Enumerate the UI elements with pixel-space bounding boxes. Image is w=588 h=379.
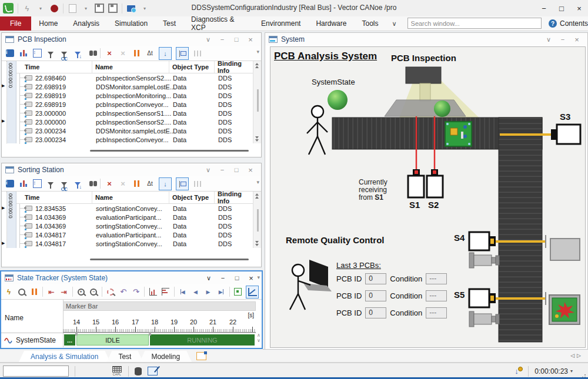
info-icon[interactable]: i (5, 179, 15, 189)
marker-bar[interactable]: Marker Bar (63, 301, 256, 311)
sort-filter-icon[interactable]: ↓ (73, 49, 82, 58)
time-ruler[interactable]: 14 15 16 17 18 19 20 21 22 (63, 318, 256, 333)
row-scroll-arrows[interactable]: ∧∨ (256, 333, 262, 347)
close-icon[interactable]: × (243, 34, 258, 45)
info-icon[interactable]: i (5, 49, 15, 58)
tab-hardware[interactable]: Hardware (308, 16, 354, 31)
add-signal-icon[interactable] (233, 287, 243, 297)
go-next-icon[interactable]: ▶ (203, 287, 213, 297)
go-first-icon[interactable]: ◀ (178, 287, 188, 297)
go-previous-icon[interactable]: ◀ (191, 287, 200, 297)
maximize-icon[interactable]: □ (229, 165, 243, 175)
trace-row[interactable]: 23.000000pcbInspectionSensorS1....DataDD… (16, 109, 253, 118)
table-header[interactable]: Time Name Object Type Binding Info (16, 61, 253, 73)
autoscroll-icon[interactable]: ↓ (159, 47, 172, 60)
comment-marker-icon[interactable] (176, 177, 189, 190)
statistics-icon[interactable] (19, 179, 28, 189)
comment-marker-icon[interactable] (176, 47, 189, 60)
new-config-icon[interactable] (68, 4, 77, 13)
close-icon[interactable]: × (570, 34, 584, 45)
pause-icon[interactable] (132, 49, 141, 58)
tab-environment[interactable]: Environment (253, 16, 308, 31)
condition-field[interactable]: --- (426, 307, 447, 318)
start-measurement-icon[interactable]: ϟ (22, 4, 32, 13)
state-bar-track[interactable]: ... IDLE RUNNING (63, 334, 256, 346)
maximize-button[interactable]: □ (553, 1, 570, 16)
undo-icon[interactable]: ↶ (119, 287, 128, 297)
minimize-button[interactable]: − (535, 1, 553, 16)
window-menu-icon[interactable]: ∨ (542, 34, 556, 45)
find-icon[interactable] (86, 179, 96, 189)
tab-simulation[interactable]: Simulation (107, 16, 155, 31)
close-button[interactable]: × (570, 1, 588, 16)
window-menu-icon[interactable]: ∨ (201, 165, 215, 175)
statistics-icon[interactable] (19, 49, 28, 58)
redo-icon[interactable]: ↷ (132, 287, 141, 297)
minimize-icon[interactable]: − (216, 273, 230, 283)
col-binding-info[interactable]: Binding Info (215, 192, 253, 203)
status-input[interactable] (3, 365, 69, 377)
set-marker-right-icon[interactable]: ⇥ (59, 287, 69, 297)
horizontal-scrollbar[interactable] (90, 259, 249, 260)
tab-diagnostics-xcp[interactable]: Diagnostics & XCP (183, 16, 253, 31)
set-marker-left-icon[interactable]: ⇤ (46, 287, 56, 297)
zoom-region-icon[interactable] (106, 287, 115, 297)
tab-analysis[interactable]: Analysis (65, 16, 107, 31)
delta-time-icon[interactable]: Δt (145, 49, 155, 58)
open-recent-icon[interactable] (126, 4, 136, 13)
condition-field[interactable]: --- (426, 290, 447, 301)
clear-icon[interactable]: × (105, 179, 114, 189)
autoscroll-icon[interactable]: ↓ (159, 177, 172, 190)
filter-icon[interactable] (46, 179, 55, 189)
trace-row[interactable]: 22.698919pcbInspectionMonitoring...DataD… (16, 91, 253, 100)
customize-quickaccess-icon[interactable]: ▾ (140, 4, 149, 13)
clear-icon[interactable]: × (105, 49, 114, 58)
tab-home[interactable]: Home (31, 16, 65, 31)
trace-row[interactable]: 14.034817evaluationParticipant...DataDDS (16, 230, 253, 239)
col-time[interactable]: Time (16, 61, 92, 73)
trace-row[interactable]: 23.000234DDSMonitor.sampleLostE...DataDD… (16, 126, 253, 135)
trace-row[interactable]: 22.698919pcbInspectionConveyor...DataDDS (16, 100, 253, 109)
pcb-inspection-titlebar[interactable]: PCB Inspection ∨ − □ × (2, 33, 261, 46)
col-name[interactable]: Name (92, 192, 169, 203)
vertical-scrollbar[interactable] (253, 61, 261, 143)
maximize-icon[interactable]: □ (229, 34, 243, 45)
close-icon[interactable]: × (244, 273, 258, 283)
table-header[interactable]: Time Name Object Type Binding Info (16, 192, 253, 204)
tab-file[interactable]: File (0, 16, 31, 31)
fix-time-range-icon[interactable]: ↕ (32, 179, 42, 189)
state-segment-previous[interactable]: ... (64, 334, 75, 346)
tab-modeling[interactable]: Modeling (139, 351, 192, 362)
tab-analysis-simulation[interactable]: Analysis & Simulation (19, 351, 110, 362)
help-contents[interactable]: ? Contents (549, 16, 588, 31)
tab-tools[interactable]: Tools (354, 16, 386, 31)
ribbon-collapse-icon[interactable]: ∨ (392, 16, 396, 31)
condition-field[interactable]: --- (426, 273, 447, 284)
toolbar-overflow-icon[interactable]: ▾ (256, 179, 259, 185)
fix-time-range-icon[interactable]: ↕ (32, 49, 42, 58)
write-window-icon[interactable] (148, 367, 158, 375)
vertical-scrollbar[interactable] (253, 192, 261, 248)
sort-filter-icon[interactable]: ↓ (73, 179, 82, 189)
database-icon[interactable] (135, 367, 142, 375)
delta-time-icon[interactable]: Δt (145, 179, 155, 189)
maximize-icon[interactable]: □ (230, 273, 244, 283)
analysis-filter-icon[interactable] (59, 49, 69, 58)
trace-row[interactable]: 14.034369evaluationParticipant...DataDDS (16, 213, 253, 222)
trace-row[interactable]: 23.000234pcbInspectionConveyor...DataDDS (16, 135, 253, 144)
search-input[interactable] (407, 18, 542, 29)
tab-test[interactable]: Test (155, 16, 183, 31)
zoom-in-icon[interactable]: + (76, 287, 86, 297)
analysis-filter-icon[interactable] (59, 179, 69, 189)
save-as-icon[interactable] (108, 4, 118, 13)
new-desktop-icon[interactable] (196, 352, 206, 360)
col-binding-info[interactable]: Binding Info (215, 61, 253, 73)
stop-measurement-icon[interactable] (49, 4, 59, 13)
find-icon[interactable] (86, 49, 96, 58)
minimize-icon[interactable]: − (556, 34, 570, 45)
horizontal-scrollbar[interactable] (90, 150, 249, 152)
trace-row[interactable]: 22.698919DDSMonitor.sampleLostE...DataDD… (16, 82, 253, 91)
col-name[interactable]: Name (92, 61, 169, 73)
window-menu-icon[interactable]: ∨ (202, 273, 216, 283)
filter-icon[interactable] (46, 49, 55, 58)
